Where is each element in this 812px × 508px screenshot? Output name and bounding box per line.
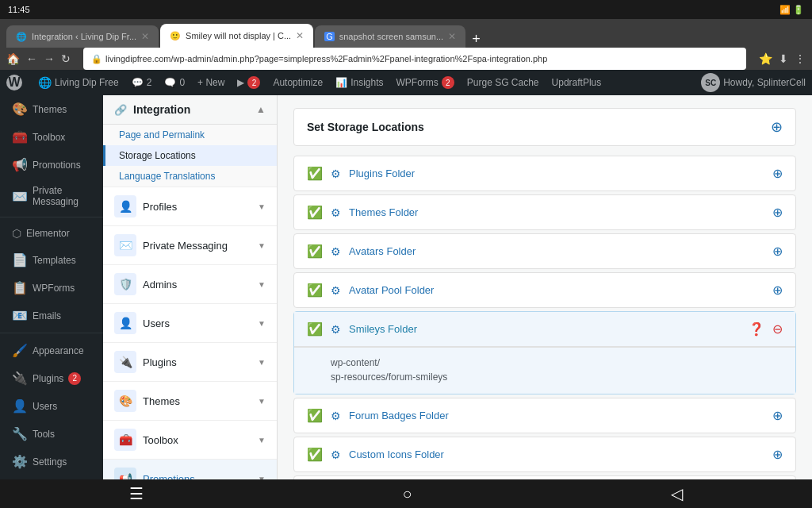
themes-folder-row[interactable]: ✅ ⚙ Themes Folder ⊕ <box>294 195 795 229</box>
wp-logo-icon[interactable]: W <box>6 75 22 90</box>
admin-bar-comments[interactable]: 💬 2 <box>132 77 152 88</box>
admin-bar-autoptimize[interactable]: Autoptimize <box>273 77 323 88</box>
nav-refresh-icon[interactable]: ↻ <box>61 52 71 65</box>
admin-bar-user[interactable]: SC Howdy, SplinterCell <box>701 73 806 92</box>
admin-bar-bubbles[interactable]: 🗨️ 0 <box>164 77 185 88</box>
sidebar-item-plugins[interactable]: 🔌 Plugins 2 <box>0 364 103 392</box>
new-tab-button[interactable]: + <box>467 31 485 48</box>
forum-badges-folder-label[interactable]: Forum Badges Folder <box>349 410 764 421</box>
address-bar[interactable]: 🔒 livingdipfree.com/wp-admin/admin.php?p… <box>83 48 746 70</box>
sidebar-item-users[interactable]: 👤 Users <box>0 392 103 420</box>
admin-bar-new[interactable]: + New <box>197 77 224 88</box>
admin-bar-vc[interactable]: ▶ 2 <box>237 76 260 89</box>
bottom-nav-back-icon[interactable]: ◁ <box>671 484 683 503</box>
vc-icon: ▶ <box>237 77 244 88</box>
nav-storage-locations[interactable]: Storage Locations <box>103 145 277 166</box>
avatars-folder-row[interactable]: ✅ ⚙ Avatars Folder ⊕ <box>294 234 795 268</box>
sidebar-emails-label: Emails <box>33 310 61 321</box>
forum-badges-folder-add-icon[interactable]: ⊕ <box>772 408 783 423</box>
browser-tab-1[interactable]: 🌐 Integration ‹ Living Dip Fr... ✕ <box>6 25 159 48</box>
plugin-nav: 🔗 Integration ▲ Page and Permalink Stora… <box>103 95 278 508</box>
admin-bar-wpforms[interactable]: WPForms 2 <box>396 76 454 89</box>
forum-badges-folder-row[interactable]: ✅ ⚙ Forum Badges Folder ⊕ <box>294 398 795 433</box>
admin-bar-updraft[interactable]: UpdraftPlus <box>552 77 602 88</box>
bottom-nav-home-icon[interactable]: ○ <box>402 485 412 503</box>
themes-folder-label[interactable]: Themes Folder <box>349 206 764 218</box>
avatars-folder-label[interactable]: Avatars Folder <box>349 245 764 257</box>
nav-language-translations[interactable]: Language Translations <box>103 166 277 187</box>
sidebar-item-emails[interactable]: 📧 Emails <box>0 302 103 329</box>
promotions-icon: 📢 <box>12 157 28 172</box>
avatar-pool-folder-row[interactable]: ✅ ⚙ Avatar Pool Folder ⊕ <box>294 273 795 307</box>
nav-section-toolbox[interactable]: 🧰 Toolbox ▼ <box>103 421 277 460</box>
sidebar-wpforms-label: WPForms <box>33 283 75 294</box>
storage-item-plugins-folder: ✅ ⚙ Plugins Folder ⊕ <box>293 156 796 191</box>
new-label: + New <box>197 77 224 88</box>
sidebar-item-wpforms[interactable]: 📋 WPForms <box>0 274 103 302</box>
custom-icons-folder-label[interactable]: Custom Icons Folder <box>349 448 764 460</box>
nav-section-private-messaging[interactable]: ✉️ Private Messaging ▼ <box>103 226 277 265</box>
avatars-folder-add-icon[interactable]: ⊕ <box>772 244 783 259</box>
plugins-folder-add-icon[interactable]: ⊕ <box>772 166 783 181</box>
sidebar-item-tools[interactable]: 🔧 Tools <box>0 420 103 448</box>
avatar-pool-folder-label[interactable]: Avatar Pool Folder <box>349 284 764 296</box>
admins-chevron-icon: ▼ <box>258 280 266 289</box>
wpforms-badge: 2 <box>442 76 454 89</box>
comments-count: 2 <box>147 77 152 88</box>
nav-section-themes[interactable]: 🎨 Themes ▼ <box>103 382 277 421</box>
bubbles-count: 0 <box>179 77 185 88</box>
sidebar-item-toolbox[interactable]: 🧰 Toolbox <box>0 123 103 151</box>
forum-badges-check-icon: ✅ <box>307 408 323 423</box>
nav-section-users[interactable]: 👤 Users ▼ <box>103 304 277 343</box>
sidebar-divider-2 <box>0 333 103 333</box>
smileys-help-icon[interactable]: ❓ <box>749 321 764 337</box>
plugins-folder-label[interactable]: Plugins Folder <box>349 167 764 179</box>
custom-icons-folder-row[interactable]: ✅ ⚙ Custom Icons Folder ⊕ <box>294 437 795 471</box>
sidebar-item-elementor[interactable]: ⬡ Elementor <box>0 221 103 246</box>
nav-section-admins[interactable]: 🛡️ Admins ▼ <box>103 265 277 304</box>
admin-bar-site-name[interactable]: 🌐 Living Dip Free <box>38 76 119 89</box>
sidebar-item-settings[interactable]: ⚙️ Settings <box>0 448 103 475</box>
nav-section-plugins[interactable]: 🔌 Plugins ▼ <box>103 343 277 382</box>
sidebar-item-promotions[interactable]: 📢 Promotions <box>0 151 103 179</box>
download-icon[interactable]: ⬇ <box>779 52 788 65</box>
vc-badge: 2 <box>247 76 260 89</box>
nav-section-profiles[interactable]: 👤 Profiles ▼ <box>103 187 277 226</box>
smileys-folder-row[interactable]: ✅ ⚙ Smileys Folder ❓ ⊖ <box>294 312 795 347</box>
sidebar-item-themes[interactable]: 🎨 Themes <box>0 95 103 123</box>
tab2-close[interactable]: ✕ <box>296 30 304 41</box>
collapse-icon[interactable]: ▲ <box>256 104 266 115</box>
nav-back-icon[interactable]: ← <box>26 52 37 65</box>
set-storage-add-icon[interactable]: ⊕ <box>771 118 783 136</box>
nav-page-permalink[interactable]: Page and Permalink <box>103 125 277 145</box>
avatar-pool-folder-add-icon[interactable]: ⊕ <box>772 283 783 298</box>
menu-dots-icon[interactable]: ⋮ <box>795 52 806 65</box>
admin-bar-purge[interactable]: Purge SG Cache <box>467 77 539 88</box>
bottom-nav-menu-icon[interactable]: ☰ <box>129 484 144 503</box>
tab3-close[interactable]: ✕ <box>448 31 456 42</box>
browser-status-bar: 11:45 📶 🔋 <box>0 0 812 19</box>
themes-folder-add-icon[interactable]: ⊕ <box>772 205 783 220</box>
nav-home-icon[interactable]: 🏠 <box>6 52 20 65</box>
smileys-remove-icon[interactable]: ⊖ <box>772 321 783 337</box>
tab1-close[interactable]: ✕ <box>141 31 149 42</box>
sidebar-item-templates[interactable]: 📄 Templates <box>0 246 103 274</box>
sidebar-pm-label: Private Messaging <box>33 185 94 207</box>
main-content: Set Storage Locations ⊕ ✅ ⚙ Plugins Fold… <box>278 95 812 508</box>
sidebar-item-appearance[interactable]: 🖌️ Appearance <box>0 337 103 364</box>
sidebar-item-private-messaging[interactable]: ✉️ Private Messaging <box>0 179 103 214</box>
bookmark-icon[interactable]: ⭐ <box>759 52 772 65</box>
nav-forward-icon[interactable]: → <box>44 52 55 65</box>
toolbox-icon: 🧰 <box>12 129 28 144</box>
smileys-folder-label[interactable]: Smileys Folder <box>349 323 741 335</box>
themes-settings-icon: ⚙ <box>331 206 341 219</box>
tab3-label: snapshot screen samsun... <box>339 32 443 41</box>
plugins-folder-row[interactable]: ✅ ⚙ Plugins Folder ⊕ <box>294 156 795 190</box>
custom-icons-folder-add-icon[interactable]: ⊕ <box>772 447 783 462</box>
tab1-favicon: 🌐 <box>16 32 27 42</box>
avatar: SC <box>701 73 720 92</box>
browser-tab-2[interactable]: 🙂 Smiley will not display | C... ✕ <box>160 24 313 48</box>
browser-tab-3[interactable]: G snapshot screen samsun... ✕ <box>315 25 465 48</box>
forum-badges-settings-icon: ⚙ <box>331 410 341 422</box>
admin-bar-insights[interactable]: 📊 Insights <box>335 77 383 88</box>
